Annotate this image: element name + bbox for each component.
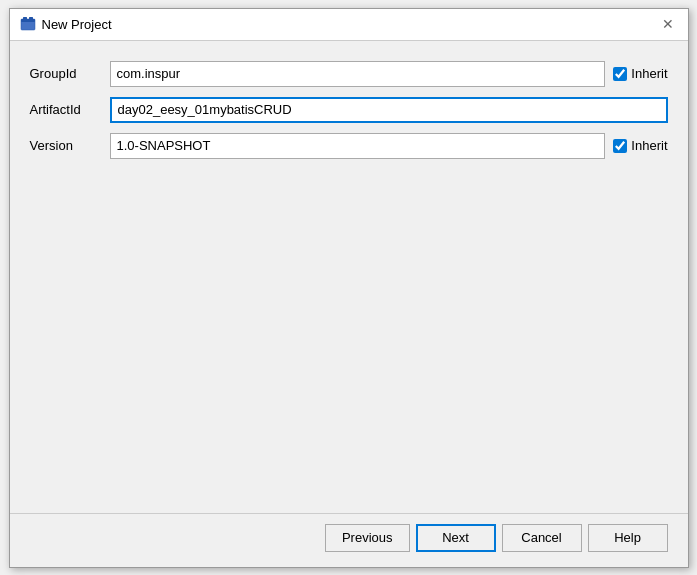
previous-button[interactable]: Previous [325, 524, 410, 552]
artifactid-input-wrapper [110, 97, 668, 123]
version-label: Version [30, 138, 110, 153]
help-button[interactable]: Help [588, 524, 668, 552]
groupid-inherit-checkbox[interactable] [613, 67, 627, 81]
new-project-dialog: New Project ✕ GroupId Inherit ArtifactId [9, 8, 689, 568]
project-icon [20, 16, 36, 32]
groupid-row: GroupId Inherit [30, 61, 668, 87]
groupid-inherit-label: Inherit [631, 66, 667, 81]
title-bar-left: New Project [20, 16, 112, 32]
groupid-input[interactable] [110, 61, 606, 87]
groupid-label: GroupId [30, 66, 110, 81]
groupid-input-wrapper: Inherit [110, 61, 668, 87]
svg-rect-3 [29, 17, 33, 20]
version-inherit-label: Inherit [631, 138, 667, 153]
dialog-title: New Project [42, 17, 112, 32]
version-inherit-checkbox[interactable] [613, 139, 627, 153]
artifactid-input[interactable] [110, 97, 668, 123]
close-button[interactable]: ✕ [658, 14, 678, 34]
version-input[interactable] [110, 133, 606, 159]
cancel-button[interactable]: Cancel [502, 524, 582, 552]
dialog-footer: Previous Next Cancel Help [10, 513, 688, 567]
title-bar: New Project ✕ [10, 9, 688, 41]
next-button[interactable]: Next [416, 524, 496, 552]
artifactid-label: ArtifactId [30, 102, 110, 117]
version-row: Version Inherit [30, 133, 668, 159]
artifactid-row: ArtifactId [30, 97, 668, 123]
version-input-wrapper: Inherit [110, 133, 668, 159]
version-inherit-wrapper: Inherit [613, 138, 667, 153]
groupid-inherit-wrapper: Inherit [613, 66, 667, 81]
svg-rect-2 [23, 17, 27, 20]
form-content: GroupId Inherit ArtifactId Version [10, 41, 688, 513]
